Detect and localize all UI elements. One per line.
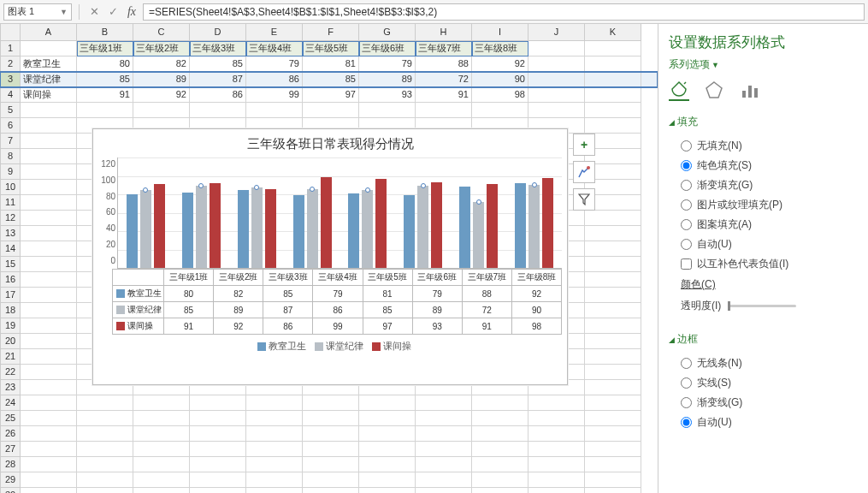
cell[interactable]: 92 [133, 87, 190, 103]
row-header[interactable]: 8 [0, 149, 21, 164]
cell[interactable] [21, 272, 77, 288]
cell[interactable] [528, 457, 585, 472]
cell[interactable] [246, 395, 303, 411]
cell[interactable] [21, 195, 77, 211]
row-header[interactable]: 16 [0, 272, 21, 288]
fill-option[interactable]: 无填充(N) [669, 136, 858, 156]
bar-series-0[interactable] [404, 195, 415, 268]
cell[interactable] [133, 426, 190, 442]
cell[interactable] [472, 411, 528, 426]
bar-series-0[interactable] [127, 194, 138, 268]
cell[interactable] [585, 72, 641, 87]
cell[interactable] [416, 457, 472, 472]
legend-item[interactable]: 课间操 [363, 341, 411, 351]
bar-series-1[interactable] [140, 190, 151, 268]
cell[interactable] [585, 318, 641, 334]
bar-series-1[interactable] [528, 185, 540, 268]
cell[interactable] [303, 426, 359, 442]
cell[interactable] [416, 103, 472, 118]
cell[interactable] [133, 442, 190, 457]
border-section-header[interactable]: 边框 [669, 332, 858, 347]
cell[interactable] [472, 395, 528, 411]
bar-series-1[interactable] [196, 186, 207, 268]
cell[interactable] [585, 426, 641, 442]
cell[interactable] [77, 103, 133, 118]
row-header[interactable]: 9 [0, 164, 21, 180]
cell[interactable] [585, 41, 641, 56]
bar-series-0[interactable] [238, 190, 249, 268]
cell[interactable]: 97 [303, 87, 359, 103]
cell[interactable] [359, 442, 416, 457]
cell[interactable] [585, 365, 641, 380]
bar-series-1[interactable] [307, 189, 318, 268]
chart-styles-button[interactable] [573, 161, 595, 183]
cell[interactable] [359, 488, 416, 493]
cell[interactable]: 三年级3班 [190, 41, 246, 56]
cell[interactable] [359, 103, 416, 118]
cell[interactable] [585, 118, 641, 134]
row-header[interactable]: 20 [0, 334, 21, 349]
cell[interactable]: 80 [77, 56, 133, 72]
cell[interactable] [77, 442, 133, 457]
cell[interactable] [133, 395, 190, 411]
cell[interactable] [21, 303, 77, 318]
cell[interactable] [472, 103, 528, 118]
cell[interactable]: 91 [77, 87, 133, 103]
row-header[interactable]: 4 [0, 87, 21, 103]
cell[interactable] [246, 442, 303, 457]
bar-series-2[interactable] [542, 178, 553, 268]
cell[interactable] [21, 472, 77, 488]
cell[interactable] [190, 395, 246, 411]
color-picker-row[interactable]: 颜色(C) [669, 274, 858, 295]
chart-legend[interactable]: 教室卫生课堂纪律课间操 [93, 335, 567, 358]
cell[interactable]: 79 [359, 56, 416, 72]
cell[interactable] [528, 56, 585, 72]
cell[interactable] [246, 411, 303, 426]
cell[interactable] [528, 472, 585, 488]
cell[interactable] [133, 457, 190, 472]
cell[interactable] [21, 180, 77, 195]
cell[interactable] [246, 472, 303, 488]
cell[interactable] [585, 211, 641, 226]
bar-series-2[interactable] [431, 182, 442, 268]
row-header[interactable]: 5 [0, 103, 21, 118]
cell[interactable] [303, 472, 359, 488]
cell[interactable]: 三年级4班 [246, 41, 303, 56]
cell[interactable] [585, 472, 641, 488]
cell[interactable] [585, 457, 641, 472]
cell[interactable] [77, 457, 133, 472]
cell[interactable]: 82 [133, 56, 190, 72]
cell[interactable] [472, 426, 528, 442]
border-option[interactable]: 渐变线(G) [669, 393, 858, 413]
cell[interactable]: 三年级2班 [133, 41, 190, 56]
chart-add-element-button[interactable]: + [573, 134, 595, 156]
bar-series-0[interactable] [348, 193, 359, 268]
bar-series-2[interactable] [210, 183, 221, 268]
chart-title[interactable]: 三年级各班日常表现得分情况 [93, 129, 567, 156]
cell[interactable]: 87 [190, 72, 246, 87]
col-header[interactable]: F [303, 24, 359, 41]
opacity-row[interactable]: 透明度(I) [669, 295, 858, 317]
legend-item[interactable]: 课堂纪律 [306, 341, 363, 351]
cell[interactable] [190, 442, 246, 457]
cell[interactable]: 92 [472, 56, 528, 72]
row-header[interactable]: 1 [0, 41, 21, 56]
cell[interactable]: 三年级7班 [416, 41, 472, 56]
cell[interactable] [528, 103, 585, 118]
cell[interactable] [246, 488, 303, 493]
cell[interactable] [77, 411, 133, 426]
cell[interactable] [416, 472, 472, 488]
cell[interactable] [472, 488, 528, 493]
col-header[interactable]: B [77, 24, 133, 41]
row-header[interactable]: 28 [0, 457, 21, 472]
col-header[interactable]: J [528, 24, 585, 41]
chart-plot-area[interactable] [117, 157, 562, 269]
cell[interactable] [21, 442, 77, 457]
opacity-slider[interactable] [728, 305, 796, 307]
bar-series-1[interactable] [417, 186, 428, 268]
cell[interactable] [585, 488, 641, 493]
cell[interactable] [359, 457, 416, 472]
formula-bar[interactable]: =SERIES(Sheet4!$A$3,Sheet4!$B$1:$I$1,She… [143, 3, 865, 21]
cell[interactable] [77, 472, 133, 488]
cell[interactable]: 课堂纪律 [21, 72, 77, 87]
